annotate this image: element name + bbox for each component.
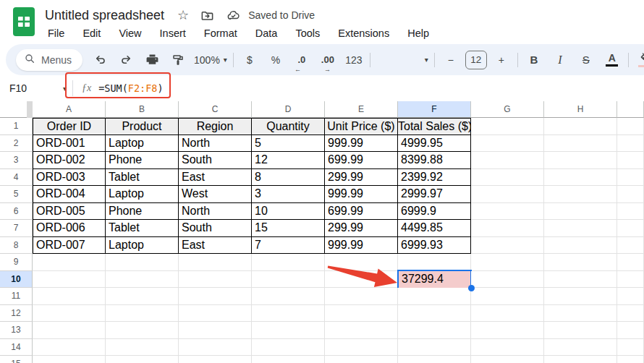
cell-E5[interactable]: 999.99: [325, 186, 398, 203]
cell-H10[interactable]: [544, 271, 617, 289]
row-header-6[interactable]: 6: [0, 203, 33, 221]
cell-A13[interactable]: [33, 322, 106, 339]
cell-I5[interactable]: [617, 186, 644, 203]
cell-A3[interactable]: ORD-002: [33, 152, 106, 169]
cell-B6[interactable]: Phone: [106, 203, 179, 221]
cell-H12[interactable]: [544, 305, 617, 323]
cell-F3[interactable]: 8399.88: [398, 152, 471, 169]
column-header-H[interactable]: H: [544, 101, 617, 118]
cell-H6[interactable]: [544, 203, 617, 221]
decrease-font-size-button[interactable]: −: [441, 50, 461, 70]
cell-H8[interactable]: [544, 237, 617, 255]
column-header-partial[interactable]: [617, 101, 644, 118]
cell-E6[interactable]: 699.99: [325, 203, 398, 221]
cell-I7[interactable]: [617, 220, 644, 237]
cell-C8[interactable]: East: [179, 237, 252, 255]
cell-F6[interactable]: 6999.9: [398, 203, 471, 221]
cell-I9[interactable]: [617, 254, 644, 271]
cell-D10[interactable]: [252, 271, 325, 289]
menu-insert[interactable]: Insert: [157, 26, 189, 40]
cell-B2[interactable]: Laptop: [106, 135, 179, 153]
cell-C5[interactable]: West: [179, 186, 252, 203]
cell-C15[interactable]: [179, 356, 252, 363]
menus-search-button[interactable]: Menus: [16, 49, 82, 71]
print-icon[interactable]: [142, 50, 162, 70]
fill-color-button[interactable]: [635, 50, 644, 70]
cell-E10[interactable]: [325, 271, 398, 289]
cell-A9[interactable]: [33, 254, 106, 271]
menu-extensions[interactable]: Extensions: [335, 26, 392, 40]
cell-F8[interactable]: 6999.93: [398, 237, 471, 255]
cell-G3[interactable]: [471, 152, 544, 169]
bold-button[interactable]: B: [524, 50, 544, 70]
cell-C12[interactable]: [179, 305, 252, 323]
cell-F9[interactable]: [398, 254, 471, 271]
cell-G12[interactable]: [471, 305, 544, 323]
cell-E13[interactable]: [325, 322, 398, 339]
row-header-3[interactable]: 3: [0, 152, 33, 169]
cell-H3[interactable]: [544, 152, 617, 169]
cell-I6[interactable]: [617, 203, 644, 221]
cell-F12[interactable]: [398, 305, 471, 323]
cell-C7[interactable]: South: [179, 220, 252, 237]
cell-C14[interactable]: [179, 339, 252, 356]
cell-A5[interactable]: ORD-004: [33, 186, 106, 203]
column-header-C[interactable]: C: [179, 101, 252, 118]
decrease-decimal-button[interactable]: .0 ←: [292, 50, 312, 70]
cell-H2[interactable]: [544, 135, 617, 153]
cell-F10-selected[interactable]: 37299.4: [397, 270, 472, 289]
cell-D12[interactable]: [252, 305, 325, 323]
menu-edit[interactable]: Edit: [80, 26, 103, 40]
cell-E2[interactable]: 999.99: [325, 135, 398, 153]
move-folder-icon[interactable]: [200, 9, 214, 22]
cell-C3[interactable]: South: [179, 152, 252, 169]
cell-E7[interactable]: 299.99: [325, 220, 398, 237]
row-header-11[interactable]: 11: [0, 288, 33, 305]
column-header-A[interactable]: A: [33, 101, 106, 118]
cell-G9[interactable]: [471, 254, 544, 271]
cell-A8[interactable]: ORD-007: [33, 237, 106, 255]
cell-E1[interactable]: Unit Price ($): [325, 118, 398, 135]
cell-H4[interactable]: [544, 169, 617, 187]
menu-view[interactable]: View: [116, 26, 144, 40]
cell-C9[interactable]: [179, 254, 252, 271]
cell-F7[interactable]: 4499.85: [398, 220, 471, 237]
cell-G11[interactable]: [471, 288, 544, 305]
cell-B7[interactable]: Tablet: [106, 220, 179, 237]
cell-B4[interactable]: Tablet: [106, 169, 179, 187]
cell-A14[interactable]: [33, 339, 106, 356]
cell-F15[interactable]: [398, 356, 471, 363]
column-header-G[interactable]: G: [471, 101, 544, 118]
cell-G1[interactable]: [471, 118, 544, 135]
cell-D7[interactable]: 15: [252, 220, 325, 237]
cell-D11[interactable]: [252, 288, 325, 305]
cell-I11[interactable]: [617, 288, 644, 305]
cell-D1[interactable]: Quantity: [252, 118, 325, 135]
cell-G5[interactable]: [471, 186, 544, 203]
cell-H13[interactable]: [544, 322, 617, 339]
cell-G7[interactable]: [471, 220, 544, 237]
cell-D8[interactable]: 7: [252, 237, 325, 255]
row-header-5[interactable]: 5: [0, 186, 33, 203]
cell-B10[interactable]: [106, 271, 179, 289]
cell-H15[interactable]: [544, 356, 617, 363]
cell-F14[interactable]: [398, 339, 471, 356]
cell-B1[interactable]: Product: [106, 118, 179, 135]
column-header-E[interactable]: E: [325, 101, 398, 118]
menu-file[interactable]: File: [45, 26, 67, 40]
cell-I1[interactable]: [617, 118, 644, 135]
cell-D14[interactable]: [252, 339, 325, 356]
name-box[interactable]: F10 ▾: [0, 82, 72, 94]
cell-G14[interactable]: [471, 339, 544, 356]
cell-D5[interactable]: 3: [252, 186, 325, 203]
cell-B15[interactable]: [106, 356, 179, 363]
cell-C6[interactable]: North: [179, 203, 252, 221]
cell-H7[interactable]: [544, 220, 617, 237]
cell-G8[interactable]: [471, 237, 544, 255]
cell-E8[interactable]: 999.99: [325, 237, 398, 255]
row-header-2[interactable]: 2: [0, 135, 33, 153]
cell-H9[interactable]: [544, 254, 617, 271]
increase-font-size-button[interactable]: +: [491, 50, 512, 70]
cell-G6[interactable]: [471, 203, 544, 221]
cell-I13[interactable]: [617, 322, 644, 339]
